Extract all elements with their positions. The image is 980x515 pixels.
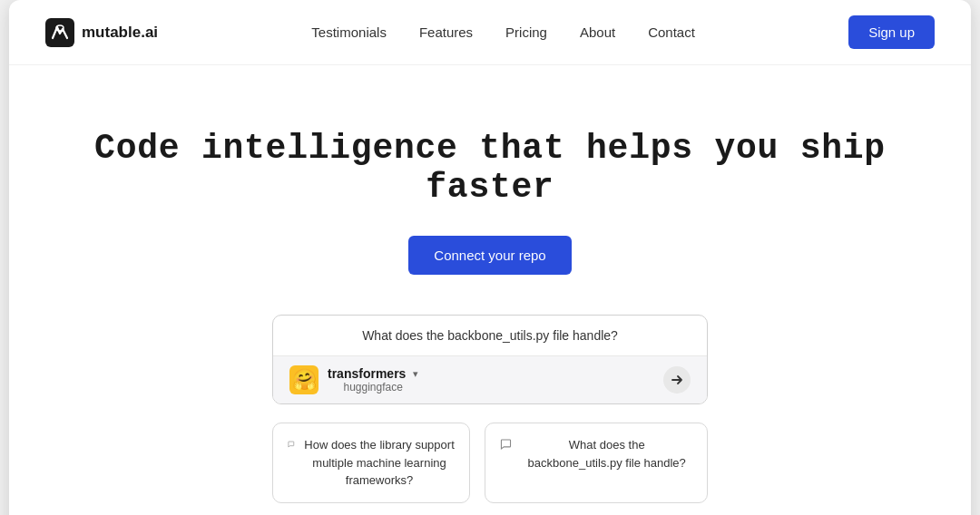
- suggestion-cards: How does the library support multiple ma…: [272, 423, 708, 515]
- repo-navigate-button[interactable]: [663, 366, 691, 394]
- nav-link-features[interactable]: Features: [419, 24, 473, 40]
- logo-icon: [45, 18, 74, 47]
- repo-sub: huggingface: [328, 381, 418, 394]
- navbar: mutable.ai Testimonials Features Pricing…: [9, 0, 971, 65]
- repo-emoji-icon: 🤗: [289, 365, 318, 394]
- suggestion-text-1: What does the backbone_utils.py file han…: [521, 436, 692, 471]
- connect-repo-button[interactable]: Connect your repo: [408, 236, 571, 275]
- hero-title: Code intelligence that helps you ship fa…: [45, 129, 935, 207]
- hero-section: Code intelligence that helps you ship fa…: [9, 65, 971, 515]
- nav-link-about[interactable]: About: [580, 24, 615, 40]
- nav-link-testimonials[interactable]: Testimonials: [311, 24, 387, 40]
- search-query-text: What does the backbone_utils.py file han…: [362, 328, 618, 343]
- suggestion-text-0: How does the library support multiple ma…: [304, 436, 456, 490]
- browser-frame: mutable.ai Testimonials Features Pricing…: [9, 0, 971, 515]
- repo-name: transformers: [328, 366, 406, 381]
- search-input-row[interactable]: What does the backbone_utils.py file han…: [273, 316, 707, 356]
- chat-icon-0: [288, 436, 295, 452]
- suggestion-card-0[interactable]: How does the library support multiple ma…: [272, 423, 470, 503]
- repo-row[interactable]: 🤗 transformers ▾ huggingface: [273, 356, 707, 403]
- logo-area: mutable.ai: [45, 18, 158, 47]
- chat-icon-1: [500, 436, 512, 452]
- nav-link-contact[interactable]: Contact: [648, 24, 695, 40]
- search-widget: What does the backbone_utils.py file han…: [272, 315, 708, 404]
- nav-link-pricing[interactable]: Pricing: [505, 24, 547, 40]
- logo-text: mutable.ai: [82, 24, 158, 42]
- signup-button[interactable]: Sign up: [848, 15, 935, 49]
- suggestion-card-1[interactable]: What does the backbone_utils.py file han…: [485, 423, 708, 503]
- repo-left: 🤗 transformers ▾ huggingface: [289, 365, 418, 394]
- chevron-down-icon: ▾: [413, 368, 418, 380]
- arrow-right-icon: [670, 373, 684, 387]
- nav-links: Testimonials Features Pricing About Cont…: [311, 24, 695, 40]
- repo-info: transformers ▾ huggingface: [328, 366, 418, 394]
